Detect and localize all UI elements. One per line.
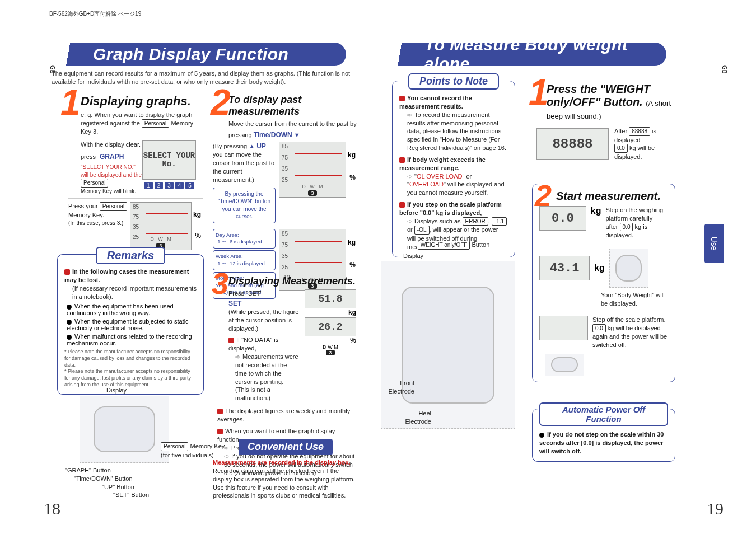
set-button-label: SET bbox=[228, 299, 241, 307]
right-page-title: To Measure Body weight alone bbox=[398, 43, 666, 66]
auto-title: Automatic Power Off Function bbox=[539, 402, 668, 426]
diagram-time-btn: "Time/DOWN" Button bbox=[74, 475, 206, 483]
display-unit-illustration bbox=[80, 396, 169, 463]
right-step1-number: 1 bbox=[529, 82, 549, 103]
step1a-note2: Memory Key will blink. bbox=[81, 188, 142, 195]
page-number-left: 18 bbox=[44, 499, 60, 518]
device-display-label: Display bbox=[403, 252, 526, 260]
gb-tag-right: GB bbox=[712, 65, 727, 73]
diagram-graph-btn: "GRAPH" Button bbox=[65, 466, 206, 475]
scale-illustration bbox=[381, 261, 515, 429]
lcd-select-no: SELECT YOUR No. bbox=[142, 140, 196, 180]
down-arrow-icon: ▼ bbox=[294, 132, 300, 138]
step3-lcd-kg: 51.8 bbox=[305, 289, 356, 308]
step2-up-hint: (By pressing ▲ UP you can move the curso… bbox=[213, 142, 276, 184]
step3-lcd-pc: 26.2 bbox=[305, 317, 356, 336]
mem-key-5: 5 bbox=[185, 182, 194, 189]
mem-key-2: 2 bbox=[155, 182, 164, 189]
weight-only-off-button: WEIGHT only/OFF bbox=[418, 241, 470, 250]
mem-key-4: 4 bbox=[175, 182, 184, 189]
auto-power-off-box: Automatic Power Off Function If you do n… bbox=[532, 409, 675, 462]
step2-graph-a: 85 75 35 25 kg % D W M3 bbox=[279, 142, 346, 198]
diagram-up-btn: "UP" Button bbox=[102, 483, 206, 491]
section-tab-use: Use bbox=[704, 224, 724, 263]
time-down-label: Time/DOWN bbox=[254, 131, 292, 139]
mem-key-3: 3 bbox=[165, 182, 174, 189]
front-electrode-label: Front Electrode bbox=[375, 379, 414, 396]
lcd-weight: 43.1 bbox=[539, 256, 590, 280]
step1-eg: e. g. When you want to display the graph… bbox=[81, 111, 203, 136]
diagram-set-btn: "SET" Button bbox=[113, 491, 206, 499]
step1a-lead: With the display clear. bbox=[81, 140, 142, 149]
remarks-box: Remarks In the following cases the measu… bbox=[57, 254, 204, 395]
step1b-note: (In this case, press 3.) bbox=[68, 219, 130, 227]
step2-number: 2 bbox=[211, 92, 231, 113]
remarks-bullet: When the equipment is subjected to stati… bbox=[67, 318, 197, 331]
step3-number: 3 bbox=[212, 274, 228, 292]
right-step2-number: 2 bbox=[535, 186, 552, 204]
step2-title: To display past measurements bbox=[228, 94, 358, 118]
step1b-lead: Press your Personal Memory Key. bbox=[68, 202, 130, 219]
body-weight-displayed: Your "Body Weight" will be displayed. bbox=[601, 291, 668, 308]
right-step1-title: Press the "WEIGHT only/OFF" Button. (A s… bbox=[547, 83, 675, 121]
graph-button-label: GRAPH bbox=[100, 153, 124, 161]
step1a-press: press bbox=[81, 153, 96, 160]
heel-electrode-label: Heel Electrode bbox=[392, 409, 431, 426]
right-step2-title: Start measurement. bbox=[556, 190, 668, 203]
step1-title: Displaying graphs. bbox=[81, 94, 203, 109]
step-on-scale-icon bbox=[609, 249, 648, 288]
diagram-display-label: Display bbox=[106, 386, 206, 395]
remarks-bullet: When the equipment has been used continu… bbox=[67, 303, 197, 316]
step3-title: Displaying Measurements. bbox=[228, 275, 358, 287]
step-off-scale-icon bbox=[545, 354, 584, 376]
step2-move: Move the cursor from the current to the … bbox=[228, 120, 358, 128]
start-measurement-box: 2 Start measurement. 0.0 kg Step on the … bbox=[532, 184, 675, 382]
legend-day: Day Area: -1 ∼ -6 is displayed. bbox=[213, 229, 276, 249]
remarks-bullet: When malfunctions related to the recordi… bbox=[67, 333, 197, 346]
right-step1-text: After 88888 is displayed 0.0 kg will be … bbox=[614, 127, 675, 161]
lcd-off bbox=[539, 316, 588, 340]
step1-graph: 85 75 35 25 kg % D W M3 bbox=[130, 202, 192, 250]
right-step1-lcd: 88888 bbox=[536, 128, 609, 160]
remarks-title: Remarks bbox=[96, 247, 166, 264]
intro-text: The equipment can record results for a m… bbox=[52, 69, 354, 86]
convenient-title: Convenient Use bbox=[239, 439, 333, 455]
points-title: Points to Note bbox=[408, 73, 499, 90]
step2-hint-box: By pressing the "Time/DOWN" button you c… bbox=[213, 188, 276, 223]
points-box: Points to Note You cannot record the mea… bbox=[392, 81, 515, 257]
left-page-title: Graph Display Function bbox=[66, 43, 346, 66]
step1a-note1: "SELECT YOUR NO." will be displayed and … bbox=[81, 163, 142, 179]
convenient-use-box: Convenient Use Measurements are recorded… bbox=[213, 439, 358, 500]
doc-path: BF-562海外GB+D面付解除 ページ19 bbox=[49, 10, 141, 18]
step1-number: 1 bbox=[60, 92, 81, 113]
page-number-right: 19 bbox=[707, 499, 724, 518]
mem-key-1: 1 bbox=[144, 182, 153, 189]
